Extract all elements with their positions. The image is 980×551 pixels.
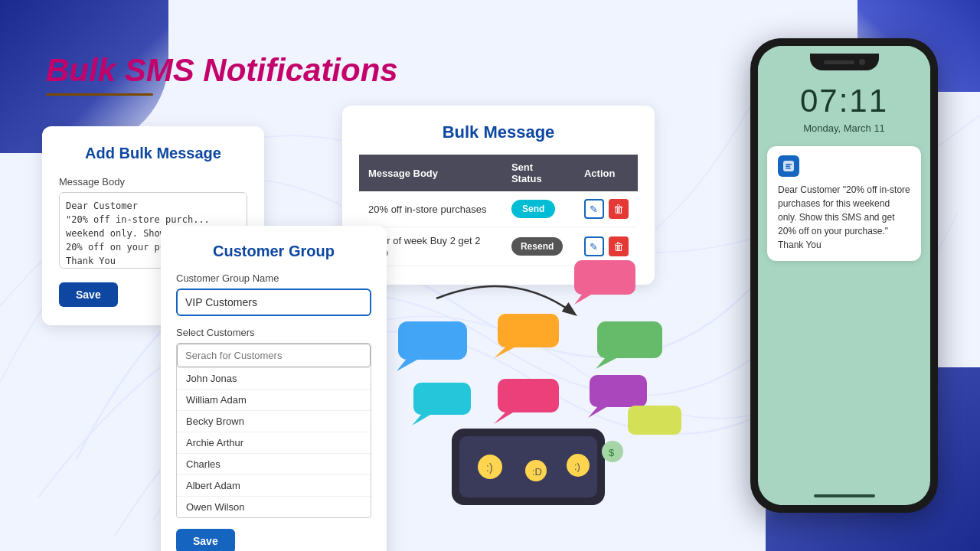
svg-rect-9 — [413, 383, 471, 415]
list-item[interactable]: William Adam — [177, 389, 371, 410]
list-item[interactable]: John Jonas — [177, 367, 371, 389]
trash-icon: 🗑 — [613, 203, 624, 215]
col-sent-status: Sent Status — [502, 155, 575, 191]
phone-notch — [810, 54, 879, 70]
delete-icon-button[interactable]: 🗑 — [609, 199, 629, 219]
speaker — [824, 60, 854, 64]
phone-home-bar — [758, 494, 930, 505]
bulk-message-card: Bulk Message Message Body Sent Status Ac… — [342, 106, 655, 285]
status-cell: Send — [502, 191, 575, 227]
app-icon — [778, 155, 799, 177]
edit-icon: ✎ — [590, 204, 598, 215]
customer-group-save-button[interactable]: Save — [176, 529, 235, 551]
svg-rect-3 — [398, 321, 467, 360]
svg-point-24 — [602, 441, 623, 462]
table-row: 20% off in-store purchases Send ✎ 🗑 — [359, 191, 638, 227]
list-item[interactable]: Charles — [177, 453, 371, 474]
svg-rect-13 — [590, 375, 647, 407]
add-bulk-heading: Add Bulk Message — [59, 145, 247, 162]
svg-marker-6 — [494, 347, 514, 358]
col-message-body: Message Body — [359, 155, 502, 191]
svg-marker-4 — [397, 360, 417, 371]
edit-icon-button[interactable]: ✎ — [584, 199, 604, 219]
select-customers-label: Select Customers — [176, 327, 371, 338]
phone-screen: 07:11 Monday, March 11 Dear Customer "20… — [758, 46, 930, 505]
phone-body: 07:11 Monday, March 11 Dear Customer "20… — [750, 38, 938, 513]
svg-rect-11 — [498, 379, 559, 412]
svg-point-20 — [525, 460, 547, 481]
illustration-area: :) :D :) $ — [375, 253, 697, 513]
notch-area — [758, 46, 930, 70]
svg-marker-14 — [588, 407, 606, 418]
phone-mockup: 07:11 Monday, March 11 Dear Customer "20… — [750, 38, 938, 513]
action-cell: ✎ 🗑 — [575, 191, 638, 227]
customers-dropdown: John Jonas William Adam Becky Brown Arch… — [176, 343, 371, 518]
svg-rect-17 — [459, 436, 597, 497]
table-row: Offer of week Buy 2 get 2 50% Resend ✎ 🗑 — [359, 227, 638, 266]
group-name-input[interactable] — [176, 289, 371, 316]
svg-text:$: $ — [609, 447, 615, 458]
message-body-label: Message Body — [59, 176, 247, 187]
resend-button[interactable]: Resend — [511, 237, 563, 256]
phone-date: Monday, March 11 — [758, 122, 930, 134]
trash-icon: 🗑 — [613, 240, 624, 253]
camera — [859, 59, 865, 65]
send-button[interactable]: Send — [511, 200, 555, 218]
edit-icon-button[interactable]: ✎ — [584, 236, 604, 256]
add-bulk-save-button[interactable]: Save — [59, 282, 118, 307]
svg-text::D: :D — [532, 466, 542, 478]
svg-marker-12 — [494, 412, 513, 424]
customer-search-row — [177, 344, 371, 367]
svg-rect-7 — [597, 321, 662, 358]
edit-icon: ✎ — [590, 241, 598, 253]
page-title-area: Bulk SMS Notifications — [46, 52, 398, 96]
customer-group-card: Customer Group Customer Group Name Selec… — [161, 226, 387, 551]
svg-rect-5 — [498, 314, 559, 347]
customer-group-heading: Customer Group — [176, 243, 371, 260]
list-item[interactable]: Owen Wilson — [177, 496, 371, 517]
col-action: Action — [575, 155, 638, 191]
svg-marker-2 — [574, 295, 591, 305]
delete-icon-button[interactable]: 🗑 — [609, 236, 629, 256]
list-item[interactable]: Albert Adam — [177, 474, 371, 496]
bulk-message-table: Message Body Sent Status Action 20% off … — [359, 155, 638, 266]
svg-text::): :) — [574, 461, 580, 472]
home-indicator — [814, 494, 875, 497]
message-body-cell: 20% off in-store purchases — [359, 191, 502, 227]
list-item[interactable]: Archie Arthur — [177, 432, 371, 453]
svg-text::): :) — [486, 461, 493, 474]
svg-rect-16 — [452, 429, 605, 505]
group-name-label: Customer Group Name — [176, 272, 371, 284]
svg-point-22 — [567, 454, 590, 477]
phone-message-bubble: Dear Customer "20% off in-store purchase… — [767, 146, 921, 261]
svg-rect-15 — [628, 406, 681, 435]
svg-marker-8 — [596, 358, 616, 369]
phone-time: 07:11 — [758, 70, 930, 122]
phone-message-text: Dear Customer "20% off in-store purchase… — [778, 183, 910, 252]
table-header-row: Message Body Sent Status Action — [359, 155, 638, 191]
page-title: Bulk SMS Notifications — [46, 52, 398, 89]
bulk-message-heading: Bulk Message — [359, 122, 638, 142]
svg-rect-28 — [786, 166, 790, 168]
status-cell: Resend — [502, 227, 575, 266]
action-cell: ✎ 🗑 — [575, 227, 638, 266]
svg-rect-27 — [786, 164, 792, 165]
svg-point-18 — [478, 455, 502, 479]
svg-rect-29 — [786, 168, 791, 169]
title-underline — [46, 93, 153, 96]
svg-marker-10 — [412, 415, 430, 425]
customer-search-input[interactable] — [177, 344, 371, 367]
list-item[interactable]: Becky Brown — [177, 410, 371, 432]
